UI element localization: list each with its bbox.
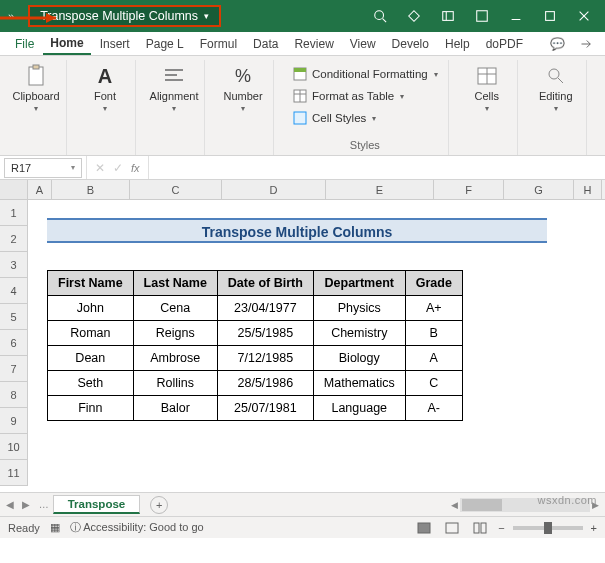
editing-button[interactable]: Editing ▾ [532,64,580,113]
view-page-layout-icon[interactable] [442,520,462,536]
macro-icon[interactable]: ▦ [50,521,60,534]
analyze-button[interactable]: An D [601,64,605,115]
cell[interactable]: Biology [313,346,405,371]
cell[interactable]: 7/12/1985 [217,346,313,371]
cell[interactable]: 25/07/1981 [217,396,313,421]
conditional-formatting-button[interactable]: Conditional Formatting ▾ [288,64,442,84]
col-header[interactable]: G [504,180,574,199]
tab-insert[interactable]: Insert [93,32,137,55]
search-icon[interactable] [363,2,397,30]
scroll-left-icon[interactable]: ◀ [451,500,458,510]
font-button[interactable]: A Font ▾ [81,64,129,113]
cell[interactable]: 23/04/1977 [217,296,313,321]
col-header[interactable]: A [28,180,52,199]
clipboard-button[interactable]: Clipboard ▾ [12,64,60,113]
row-header[interactable]: 11 [0,460,28,486]
share-icon[interactable] [573,32,597,55]
fx-icon[interactable]: fx [131,162,140,174]
cell[interactable]: A [405,346,462,371]
cell[interactable]: Roman [48,321,134,346]
sheet-nav[interactable]: ◀ ▶ … [6,499,49,510]
row-header[interactable]: 3 [0,252,28,278]
table-header[interactable]: Date of Birth [217,271,313,296]
tab-home[interactable]: Home [43,32,90,55]
close-button[interactable] [567,2,601,30]
tab-view[interactable]: View [343,32,383,55]
cell[interactable]: 28/5/1986 [217,371,313,396]
cell[interactable]: John [48,296,134,321]
zoom-out-button[interactable]: − [498,522,504,534]
scrollbar-thumb[interactable] [462,499,502,511]
cell[interactable]: Reigns [133,321,217,346]
cell[interactable]: Mathematics [313,371,405,396]
cell[interactable]: A+ [405,296,462,321]
formula-input[interactable] [149,156,605,179]
cell[interactable]: Chemistry [313,321,405,346]
alignment-button[interactable]: Alignment ▾ [150,64,198,113]
cell[interactable]: Language [313,396,405,421]
table-header[interactable]: Department [313,271,405,296]
view-page-break-icon[interactable] [470,520,490,536]
cell[interactable]: Finn [48,396,134,421]
cell[interactable]: Balor [133,396,217,421]
tab-file[interactable]: File [8,32,41,55]
sheet-tab-active[interactable]: Transpose [53,495,141,514]
tab-help[interactable]: Help [438,32,477,55]
cell[interactable]: Ambrose [133,346,217,371]
row-header[interactable]: 7 [0,356,28,382]
accessibility-status[interactable]: ⓘ Accessibility: Good to go [70,520,204,535]
zoom-in-button[interactable]: + [591,522,597,534]
name-box[interactable]: R17 ▾ [4,158,82,178]
view-normal-icon[interactable] [414,520,434,536]
cells-button[interactable]: Cells ▾ [463,64,511,113]
tab-page-layout[interactable]: Page L [139,32,191,55]
diamond-icon[interactable] [397,2,431,30]
cell[interactable]: Cena [133,296,217,321]
table-header[interactable]: First Name [48,271,134,296]
enter-icon[interactable]: ✓ [113,161,123,175]
ribbon-display-icon[interactable] [465,2,499,30]
col-header[interactable]: F [434,180,504,199]
col-header[interactable]: B [52,180,130,199]
cancel-icon[interactable]: ✕ [95,161,105,175]
row-header[interactable]: 1 [0,200,28,226]
row-header[interactable]: 2 [0,226,28,252]
collab-icon[interactable] [431,2,465,30]
zoom-thumb[interactable] [544,522,552,534]
col-header[interactable]: H [574,180,602,199]
col-header[interactable]: C [130,180,222,199]
cell[interactable]: 25/5/1985 [217,321,313,346]
format-as-table-button[interactable]: Format as Table ▾ [288,86,442,106]
tab-formulas[interactable]: Formul [193,32,244,55]
scroll-right-icon[interactable]: ▶ [592,500,599,510]
col-header[interactable]: E [326,180,434,199]
row-header[interactable]: 4 [0,278,28,304]
minimize-button[interactable] [499,2,533,30]
cell[interactable]: Rollins [133,371,217,396]
tab-data[interactable]: Data [246,32,285,55]
cell[interactable]: B [405,321,462,346]
row-header[interactable]: 6 [0,330,28,356]
row-header[interactable]: 9 [0,408,28,434]
number-button[interactable]: % Number ▾ [219,64,267,113]
tab-developer[interactable]: Develo [385,32,436,55]
zoom-slider[interactable] [513,526,583,530]
comments-icon[interactable]: 💬 [545,32,569,55]
add-sheet-button[interactable]: + [150,496,168,514]
select-all-corner[interactable] [0,180,28,199]
row-header[interactable]: 8 [0,382,28,408]
tab-dopdf[interactable]: doPDF [479,32,530,55]
cell[interactable]: C [405,371,462,396]
horizontal-scrollbar[interactable] [460,498,590,512]
row-header[interactable]: 10 [0,434,28,460]
cell-styles-button[interactable]: Cell Styles ▾ [288,108,442,128]
row-header[interactable]: 5 [0,304,28,330]
cell[interactable]: Seth [48,371,134,396]
worksheet-grid[interactable]: A B C D E F G H 1 2 3 4 5 6 7 8 9 10 11 … [0,180,605,492]
cell[interactable]: Physics [313,296,405,321]
cell[interactable]: A- [405,396,462,421]
col-header[interactable]: D [222,180,326,199]
tab-review[interactable]: Review [287,32,340,55]
maximize-button[interactable] [533,2,567,30]
table-header[interactable]: Grade [405,271,462,296]
